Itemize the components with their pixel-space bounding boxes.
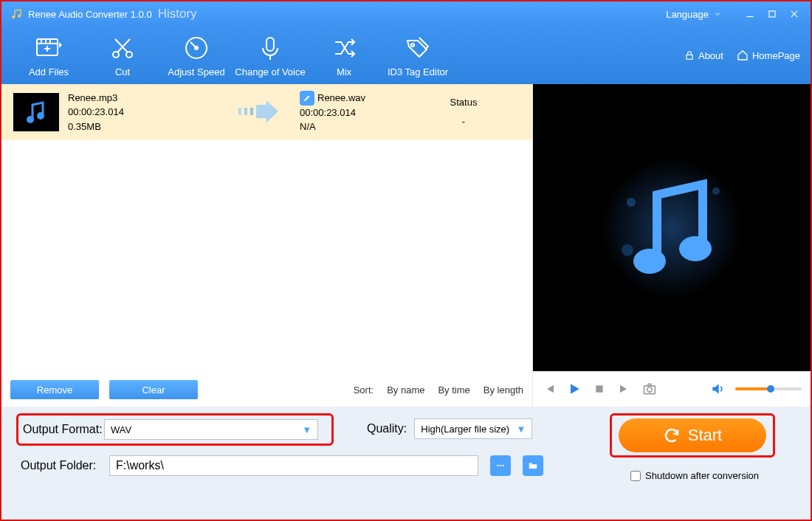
svg-point-29 <box>647 387 653 393</box>
maximize-button[interactable] <box>765 7 780 21</box>
svg-rect-18 <box>238 108 241 115</box>
output-format-highlight: Output Format: WAV ▼ <box>16 413 334 446</box>
svg-point-30 <box>497 465 498 466</box>
svg-rect-13 <box>266 38 274 51</box>
id3-tag-button[interactable]: ID3 Tag Editor <box>381 34 455 77</box>
sort-label: Sort: <box>354 384 374 396</box>
quality-label: Quality: <box>367 422 407 435</box>
svg-rect-3 <box>769 11 775 17</box>
output-duration: 00:00:23.014 <box>300 106 425 120</box>
output-format-label: Output Format: <box>23 423 104 436</box>
gauge-icon <box>183 35 210 61</box>
play-button[interactable] <box>567 382 582 396</box>
remove-button[interactable]: Remove <box>10 380 99 399</box>
file-thumbnail <box>13 93 59 131</box>
adjust-speed-button[interactable]: Adjust Speed <box>159 34 233 77</box>
app-title: Renee Audio Converter 1.0.0 <box>28 9 152 20</box>
svg-point-24 <box>627 198 636 207</box>
homepage-link[interactable]: HomePage <box>737 49 800 61</box>
output-folder-label: Output Folder: <box>21 459 102 472</box>
language-menu[interactable]: Language <box>666 9 722 20</box>
svg-point-23 <box>679 236 712 261</box>
about-link[interactable]: About <box>684 50 723 61</box>
file-row[interactable]: Renee.mp3 00:00:23.014 0.35MB Renee.wav … <box>1 84 532 140</box>
more-button[interactable] <box>490 455 511 476</box>
film-add-icon <box>34 35 63 61</box>
music-note-icon <box>598 154 746 302</box>
mix-icon <box>331 35 357 61</box>
toolbar: Add Files Cut Adjust Speed Change of Voi… <box>1 27 811 84</box>
next-button[interactable] <box>617 382 632 396</box>
svg-point-1 <box>18 15 21 18</box>
file-list: Renee.mp3 00:00:23.014 0.35MB Renee.wav … <box>1 84 532 374</box>
sort-by-name[interactable]: By name <box>387 384 424 396</box>
toolbar-label: Cut <box>115 66 130 77</box>
toolbar-label: Add Files <box>29 66 69 77</box>
sort-by-time[interactable]: By time <box>438 384 469 396</box>
svg-point-0 <box>12 15 15 18</box>
tags-icon <box>405 35 431 61</box>
player-controls <box>533 371 811 407</box>
title-bar: Renee Audio Converter 1.0.0 History Lang… <box>1 1 811 27</box>
start-button[interactable]: Start <box>619 418 766 452</box>
status-label: Status <box>434 93 493 112</box>
language-label: Language <box>666 9 709 20</box>
svg-point-12 <box>195 46 198 49</box>
toolbar-label: ID3 Tag Editor <box>388 66 448 77</box>
shutdown-checkbox-input[interactable] <box>630 471 641 481</box>
refresh-icon <box>663 427 681 444</box>
source-filesize: 0.35MB <box>68 120 216 134</box>
shutdown-checkbox[interactable]: Shutdown after conversion <box>630 470 759 481</box>
chevron-down-icon: ▼ <box>302 424 312 435</box>
microphone-icon <box>257 35 283 61</box>
chevron-down-icon: ▼ <box>516 424 526 435</box>
change-voice-button[interactable]: Change of Voice <box>233 34 307 77</box>
history-link[interactable]: History <box>158 7 197 21</box>
volume-icon[interactable] <box>710 382 725 396</box>
minimize-button[interactable] <box>743 7 757 21</box>
toolbar-label: Change of Voice <box>235 66 305 77</box>
mix-button[interactable]: Mix <box>307 34 381 77</box>
edit-icon[interactable] <box>300 91 314 106</box>
clear-button[interactable]: Clear <box>109 380 198 399</box>
output-format-value: WAV <box>111 424 131 435</box>
svg-rect-19 <box>244 108 247 115</box>
add-files-button[interactable]: Add Files <box>12 34 86 77</box>
shutdown-label: Shutdown after conversion <box>645 470 759 481</box>
svg-point-14 <box>411 44 414 46</box>
lock-icon <box>684 50 695 61</box>
chevron-down-icon <box>713 10 722 18</box>
svg-point-25 <box>712 187 720 195</box>
open-folder-button[interactable] <box>523 455 543 476</box>
output-format-select[interactable]: WAV ▼ <box>104 419 318 440</box>
toolbar-label: Mix <box>337 66 351 77</box>
source-filename: Renee.mp3 <box>68 91 216 106</box>
quality-value: High(Larger file size) <box>421 424 509 435</box>
source-duration: 00:00:23.014 <box>68 105 216 120</box>
arrow-right-icon <box>224 100 291 125</box>
sort-by-length[interactable]: By length <box>484 384 523 396</box>
svg-point-17 <box>37 112 44 120</box>
svg-rect-15 <box>687 55 692 59</box>
app-logo-icon <box>10 8 22 20</box>
snapshot-button[interactable] <box>642 382 657 396</box>
prev-button[interactable] <box>542 382 557 396</box>
svg-rect-27 <box>596 385 602 392</box>
cut-button[interactable]: Cut <box>86 34 159 77</box>
output-filesize: N/A <box>300 120 425 134</box>
svg-point-31 <box>500 465 501 466</box>
svg-point-32 <box>502 465 503 466</box>
quality-select[interactable]: High(Larger file size) ▼ <box>414 418 532 439</box>
svg-point-26 <box>622 244 633 256</box>
output-panel: Output Format: WAV ▼ Quality: High(Large… <box>1 407 811 521</box>
output-filename: Renee.wav <box>317 91 365 106</box>
status-value: - <box>434 112 493 131</box>
start-highlight: Start <box>610 413 775 458</box>
output-folder-input[interactable]: F:\works\ <box>109 455 478 476</box>
svg-point-22 <box>633 249 666 274</box>
stop-button[interactable] <box>592 382 607 396</box>
volume-slider[interactable] <box>735 387 802 390</box>
svg-point-16 <box>27 116 34 123</box>
close-button[interactable] <box>787 7 802 21</box>
svg-point-21 <box>602 158 742 298</box>
